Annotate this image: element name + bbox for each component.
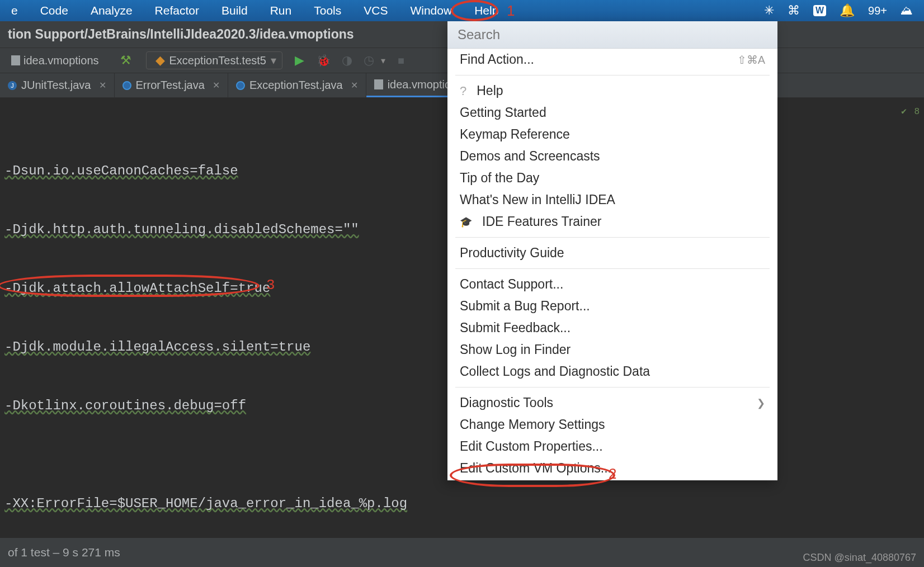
tab-junittest[interactable]: J JUnitTest.java ✕ (0, 73, 115, 97)
menu-label: Edit Custom Properties... (460, 439, 603, 454)
menu-code[interactable]: Code (40, 4, 68, 17)
menu-label: Change Memory Settings (460, 417, 605, 432)
status-text: of 1 test – 9 s 271 ms (8, 546, 120, 559)
menu-collect-logs[interactable]: Collect Logs and Diagnostic Data (447, 361, 777, 382)
chevron-down-icon: ▾ (271, 54, 276, 67)
annotation-label-3: 3 (266, 276, 275, 295)
macos-menubar: e Code Analyze Refactor Build Run Tools … (0, 0, 924, 21)
menu-label: Contact Support... (460, 277, 563, 292)
annotation-label-1: 1 (507, 2, 515, 20)
menu-build[interactable]: Build (221, 4, 248, 17)
inspection-indicator[interactable]: ✔ 8 (901, 102, 920, 122)
menu-label: Submit a Bug Report... (460, 299, 590, 314)
menu-item[interactable]: e (11, 4, 18, 17)
dropdown-icon[interactable]: ▾ (381, 55, 385, 66)
bell-icon[interactable]: 🔔 (840, 3, 855, 18)
menu-whats-new[interactable]: What's New in IntelliJ IDEA (447, 189, 777, 211)
coverage-icon[interactable]: ◑ (342, 53, 352, 68)
run-config-selector[interactable]: ◆ ExceptionTest.test5 ▾ (146, 51, 282, 69)
wechat-icon[interactable]: ✳ (764, 3, 774, 18)
menu-label: Edit Custom VM Options... (460, 461, 611, 476)
test-icon: ◆ (155, 53, 165, 68)
help-menu-dropdown: Find Action... ⇧⌘A ?Help Getting Started… (447, 21, 777, 480)
menu-find-action[interactable]: Find Action... ⇧⌘A (447, 49, 777, 70)
menu-label: Collect Logs and Diagnostic Data (460, 364, 650, 379)
menu-label: Productivity Guide (460, 245, 564, 261)
menu-submit-feedback[interactable]: Submit Feedback... (447, 317, 777, 339)
tab-label: ErrorTest.java (136, 79, 205, 92)
profiler-icon[interactable]: ◷ (364, 53, 374, 68)
stop-icon[interactable]: ■ (398, 54, 404, 67)
menu-features-trainer[interactable]: 🎓IDE Features Trainer (447, 211, 777, 233)
class-icon (122, 81, 131, 90)
menu-label: Tip of the Day (460, 171, 539, 186)
menu-tools[interactable]: Tools (314, 4, 341, 17)
build-icon[interactable]: ⚒ (120, 53, 131, 68)
annotation-label-2: 2 (609, 465, 616, 483)
menu-vcs[interactable]: VCS (364, 4, 388, 17)
menu-refactor[interactable]: Refactor (155, 4, 199, 17)
menu-window[interactable]: Window (410, 4, 452, 17)
menu-analyze[interactable]: Analyze (91, 4, 133, 17)
menu-help[interactable]: Help (474, 4, 498, 17)
watermark: CSDN @sinat_40880767 (803, 552, 916, 564)
close-icon[interactable]: ✕ (99, 80, 106, 91)
menu-demos-screencasts[interactable]: Demos and Screencasts (447, 145, 777, 167)
menu-edit-custom-vm-options[interactable]: Edit Custom VM Options... 2 (447, 457, 777, 479)
menu-contact-support[interactable]: Contact Support... (447, 273, 777, 295)
java-icon: J (8, 81, 17, 90)
cap-icon: 🎓 (460, 216, 472, 228)
run-icon[interactable]: ▶ (295, 53, 304, 68)
menu-label: Demos and Screencasts (460, 149, 600, 164)
tab-label: ExceptionTest.java (249, 79, 343, 92)
menu-search[interactable] (447, 21, 777, 49)
code-line: -XX:ErrorFile=$USER_HOME/java_error_in_i… (4, 494, 920, 513)
menu-label: Diagnostic Tools (460, 395, 553, 410)
menu-tip-of-day[interactable]: Tip of the Day (447, 167, 777, 189)
menu-separator (455, 237, 770, 238)
menu-keymap-reference[interactable]: Keymap Reference (447, 124, 777, 145)
shortcut-hint: ⇧⌘A (737, 53, 765, 67)
menu-run[interactable]: Run (270, 4, 292, 17)
menu-help-item[interactable]: ?Help (447, 80, 777, 102)
menu-separator (455, 75, 770, 75)
menu-label: Show Log in Finder (460, 342, 571, 357)
current-file-tab[interactable]: idea.vmoptions (6, 52, 105, 69)
tab-exceptiontest[interactable]: ExceptionTest.java ✕ (228, 73, 366, 97)
cluster-icon[interactable]: ⌘ (788, 3, 800, 18)
menu-productivity-guide[interactable]: Productivity Guide (447, 242, 777, 264)
menu-label: Find Action... (460, 52, 534, 67)
menubar-tray: ✳ ⌘ W 🔔 99+ ⛰ (764, 3, 913, 18)
menu-label: Help (477, 83, 503, 98)
notification-badge: 99+ (868, 4, 887, 17)
question-icon: ? (460, 84, 466, 98)
mountain-icon[interactable]: ⛰ (901, 3, 913, 18)
menu-getting-started[interactable]: Getting Started (447, 102, 777, 124)
menu-label: What's New in IntelliJ IDEA (460, 192, 615, 207)
close-icon[interactable]: ✕ (351, 80, 358, 91)
menu-label: Getting Started (460, 105, 546, 120)
menu-submit-bug[interactable]: Submit a Bug Report... (447, 295, 777, 317)
menu-separator (455, 268, 770, 269)
run-config-label: ExceptionTest.test5 (169, 54, 266, 67)
file-icon (374, 79, 383, 89)
menu-show-log[interactable]: Show Log in Finder (447, 339, 777, 361)
menu-diagnostic-tools[interactable]: Diagnostic Tools❯ (447, 392, 777, 414)
tab-label: JUnitTest.java (21, 79, 91, 92)
menu-label: Keymap Reference (460, 127, 570, 142)
current-file-label: idea.vmoptions (23, 54, 99, 67)
class-icon (236, 81, 245, 90)
menu-label: Submit Feedback... (460, 320, 571, 336)
chevron-right-icon: ❯ (757, 397, 765, 409)
close-icon[interactable]: ✕ (213, 80, 220, 91)
search-input[interactable] (458, 27, 767, 42)
statusbar: of 1 test – 9 s 271 ms (0, 538, 924, 567)
menu-separator (455, 387, 770, 388)
tab-errortest[interactable]: ErrorTest.java ✕ (115, 73, 228, 97)
debug-icon[interactable]: 🐞 (317, 54, 331, 67)
wps-icon[interactable]: W (813, 5, 826, 16)
menu-edit-custom-properties[interactable]: Edit Custom Properties... (447, 436, 777, 457)
menu-change-memory[interactable]: Change Memory Settings (447, 414, 777, 436)
file-icon (11, 55, 20, 65)
menubar-left: e Code Analyze Refactor Build Run Tools … (11, 4, 521, 17)
